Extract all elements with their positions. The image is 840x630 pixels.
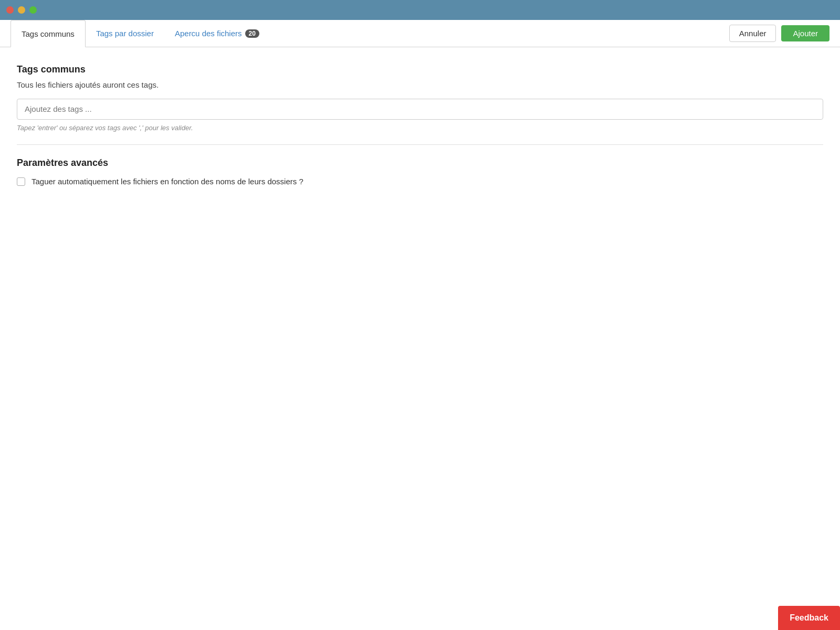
apercu-badge: 20: [245, 29, 259, 38]
section-subtitle: Tous les fichiers ajoutés auront ces tag…: [17, 80, 823, 89]
tab-tags-communs[interactable]: Tags communs: [10, 20, 86, 47]
tabs-container: Tags communs Tags par dossier Apercu des…: [10, 20, 729, 47]
auto-tag-checkbox[interactable]: [17, 177, 25, 186]
tab-bar-actions: Annuler Ajouter: [729, 20, 830, 47]
auto-tag-label: Taguer automatiquement les fichiers en f…: [32, 177, 303, 186]
tab-tags-par-dossier[interactable]: Tags par dossier: [86, 20, 164, 47]
tab-apercu-fichiers[interactable]: Apercu des fichiers 20: [164, 20, 270, 47]
section-title: Tags communs: [17, 64, 823, 75]
tag-input[interactable]: [25, 104, 815, 113]
close-button[interactable]: [6, 6, 14, 14]
section-divider: [17, 144, 823, 145]
title-bar: [0, 0, 840, 20]
tab-bar: Tags communs Tags par dossier Apercu des…: [0, 20, 840, 47]
advanced-title: Paramètres avancés: [17, 158, 823, 169]
auto-tag-row: Taguer automatiquement les fichiers en f…: [17, 177, 823, 186]
tab-tags-par-dossier-label: Tags par dossier: [96, 29, 154, 38]
add-button[interactable]: Ajouter: [781, 25, 830, 41]
feedback-button[interactable]: Feedback: [778, 606, 840, 630]
tab-tags-communs-label: Tags communs: [22, 29, 75, 38]
maximize-button[interactable]: [29, 6, 37, 14]
minimize-button[interactable]: [18, 6, 25, 14]
cancel-button[interactable]: Annuler: [729, 25, 776, 42]
tab-apercu-fichiers-label: Apercu des fichiers: [175, 29, 242, 38]
tag-hint: Tapez 'entrer' ou séparez vos tags avec …: [17, 124, 823, 132]
tag-input-wrapper[interactable]: [17, 99, 823, 120]
main-content: Tags communs Tous les fichiers ajoutés a…: [0, 47, 840, 203]
